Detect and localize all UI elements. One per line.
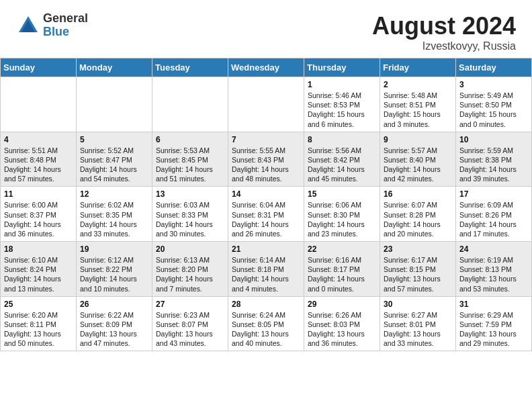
- weekday-header: Sunday: [1, 58, 77, 77]
- calendar-week-row: 18Sunrise: 6:10 AM Sunset: 8:24 PM Dayli…: [1, 242, 532, 297]
- calendar-cell: 30Sunrise: 6:27 AM Sunset: 8:01 PM Dayli…: [380, 296, 456, 351]
- day-info: Sunrise: 6:27 AM Sunset: 8:01 PM Dayligh…: [384, 310, 452, 349]
- calendar-cell: 9Sunrise: 5:57 AM Sunset: 8:40 PM Daylig…: [380, 132, 456, 187]
- day-number: 12: [80, 189, 148, 199]
- calendar-week-row: 4Sunrise: 5:51 AM Sunset: 8:48 PM Daylig…: [1, 132, 532, 187]
- day-number: 26: [80, 300, 148, 309]
- day-number: 28: [232, 300, 300, 309]
- calendar-table: SundayMondayTuesdayWednesdayThursdayFrid…: [0, 58, 532, 351]
- logo-general-text: General: [43, 12, 88, 26]
- day-info: Sunrise: 6:23 AM Sunset: 8:07 PM Dayligh…: [156, 310, 224, 349]
- day-info: Sunrise: 5:59 AM Sunset: 8:38 PM Dayligh…: [459, 146, 528, 184]
- day-info: Sunrise: 5:57 AM Sunset: 8:40 PM Dayligh…: [384, 146, 452, 184]
- calendar-cell: 22Sunrise: 6:16 AM Sunset: 8:17 PM Dayli…: [304, 242, 380, 297]
- day-info: Sunrise: 6:14 AM Sunset: 8:18 PM Dayligh…: [232, 255, 300, 293]
- calendar-cell: 5Sunrise: 5:52 AM Sunset: 8:47 PM Daylig…: [77, 132, 152, 187]
- day-info: Sunrise: 6:00 AM Sunset: 8:37 PM Dayligh…: [4, 200, 73, 238]
- day-number: 17: [459, 189, 528, 199]
- calendar-cell: 24Sunrise: 6:19 AM Sunset: 8:13 PM Dayli…: [456, 242, 532, 297]
- calendar-week-row: 1Sunrise: 5:46 AM Sunset: 8:53 PM Daylig…: [1, 77, 532, 132]
- calendar-cell: 16Sunrise: 6:07 AM Sunset: 8:28 PM Dayli…: [380, 187, 456, 242]
- calendar-cell: 17Sunrise: 6:09 AM Sunset: 8:26 PM Dayli…: [456, 187, 532, 242]
- logo-blue-text: Blue: [43, 26, 88, 39]
- calendar-cell: 12Sunrise: 6:02 AM Sunset: 8:35 PM Dayli…: [77, 187, 152, 242]
- weekday-header: Friday: [380, 58, 456, 77]
- weekday-header-row: SundayMondayTuesdayWednesdayThursdayFrid…: [1, 58, 532, 77]
- day-number: 16: [384, 189, 452, 199]
- day-number: 21: [232, 244, 300, 254]
- weekday-header: Wednesday: [228, 58, 304, 77]
- weekday-header: Thursday: [304, 58, 380, 77]
- logo: General Blue: [16, 12, 88, 39]
- calendar-cell: 19Sunrise: 6:12 AM Sunset: 8:22 PM Dayli…: [77, 242, 152, 297]
- calendar-cell: [228, 77, 304, 132]
- day-number: 9: [384, 135, 452, 144]
- calendar-cell: 23Sunrise: 6:17 AM Sunset: 8:15 PM Dayli…: [380, 242, 456, 297]
- day-number: 14: [232, 189, 300, 199]
- calendar-cell: 25Sunrise: 6:20 AM Sunset: 8:11 PM Dayli…: [1, 296, 77, 351]
- calendar-cell: 10Sunrise: 5:59 AM Sunset: 8:38 PM Dayli…: [456, 132, 532, 187]
- day-info: Sunrise: 6:24 AM Sunset: 8:05 PM Dayligh…: [232, 310, 300, 349]
- day-number: 6: [156, 135, 224, 144]
- calendar-cell: [152, 77, 228, 132]
- calendar-cell: 31Sunrise: 6:29 AM Sunset: 7:59 PM Dayli…: [456, 296, 532, 351]
- day-number: 22: [308, 244, 376, 254]
- day-number: 8: [308, 135, 376, 144]
- day-info: Sunrise: 6:03 AM Sunset: 8:33 PM Dayligh…: [156, 200, 224, 238]
- day-info: Sunrise: 6:10 AM Sunset: 8:24 PM Dayligh…: [4, 255, 73, 293]
- month-title: August 2024: [372, 12, 516, 40]
- day-number: 29: [308, 300, 376, 309]
- day-info: Sunrise: 5:52 AM Sunset: 8:47 PM Dayligh…: [80, 146, 148, 184]
- day-info: Sunrise: 5:48 AM Sunset: 8:51 PM Dayligh…: [384, 91, 452, 129]
- day-info: Sunrise: 6:06 AM Sunset: 8:30 PM Dayligh…: [308, 200, 376, 238]
- weekday-header: Monday: [77, 58, 152, 77]
- calendar-week-row: 11Sunrise: 6:00 AM Sunset: 8:37 PM Dayli…: [1, 187, 532, 242]
- calendar-cell: 26Sunrise: 6:22 AM Sunset: 8:09 PM Dayli…: [77, 296, 152, 351]
- day-info: Sunrise: 6:29 AM Sunset: 7:59 PM Dayligh…: [459, 310, 528, 349]
- calendar-cell: 3Sunrise: 5:49 AM Sunset: 8:50 PM Daylig…: [456, 77, 532, 132]
- calendar-cell: 4Sunrise: 5:51 AM Sunset: 8:48 PM Daylig…: [1, 132, 77, 187]
- day-info: Sunrise: 6:04 AM Sunset: 8:31 PM Dayligh…: [232, 200, 300, 238]
- calendar-cell: 18Sunrise: 6:10 AM Sunset: 8:24 PM Dayli…: [1, 242, 77, 297]
- title-block: August 2024 Izvestkovyy, Russia: [372, 12, 516, 52]
- weekday-header: Tuesday: [152, 58, 228, 77]
- logo-icon: [16, 13, 40, 38]
- location: Izvestkovyy, Russia: [372, 40, 516, 52]
- day-info: Sunrise: 6:17 AM Sunset: 8:15 PM Dayligh…: [384, 255, 452, 293]
- day-number: 5: [80, 135, 148, 144]
- calendar-week-row: 25Sunrise: 6:20 AM Sunset: 8:11 PM Dayli…: [1, 296, 532, 351]
- day-info: Sunrise: 6:16 AM Sunset: 8:17 PM Dayligh…: [308, 255, 376, 293]
- day-number: 24: [459, 244, 528, 254]
- day-info: Sunrise: 6:19 AM Sunset: 8:13 PM Dayligh…: [459, 255, 528, 293]
- calendar-cell: [1, 77, 77, 132]
- day-number: 3: [459, 80, 528, 89]
- day-number: 25: [4, 300, 73, 309]
- day-number: 19: [80, 244, 148, 254]
- day-number: 18: [4, 244, 73, 254]
- day-info: Sunrise: 5:46 AM Sunset: 8:53 PM Dayligh…: [308, 91, 376, 129]
- day-info: Sunrise: 6:22 AM Sunset: 8:09 PM Dayligh…: [80, 310, 148, 349]
- day-number: 4: [4, 135, 73, 144]
- day-number: 20: [156, 244, 224, 254]
- day-info: Sunrise: 6:09 AM Sunset: 8:26 PM Dayligh…: [459, 200, 528, 238]
- calendar-cell: 1Sunrise: 5:46 AM Sunset: 8:53 PM Daylig…: [304, 77, 380, 132]
- day-info: Sunrise: 6:20 AM Sunset: 8:11 PM Dayligh…: [4, 310, 73, 349]
- day-info: Sunrise: 6:13 AM Sunset: 8:20 PM Dayligh…: [156, 255, 224, 293]
- day-info: Sunrise: 6:12 AM Sunset: 8:22 PM Dayligh…: [80, 255, 148, 293]
- calendar-cell: 15Sunrise: 6:06 AM Sunset: 8:30 PM Dayli…: [304, 187, 380, 242]
- calendar-cell: 29Sunrise: 6:26 AM Sunset: 8:03 PM Dayli…: [304, 296, 380, 351]
- day-info: Sunrise: 5:51 AM Sunset: 8:48 PM Dayligh…: [4, 146, 73, 184]
- day-number: 30: [384, 300, 452, 309]
- weekday-header: Saturday: [456, 58, 532, 77]
- calendar-cell: 7Sunrise: 5:55 AM Sunset: 8:43 PM Daylig…: [228, 132, 304, 187]
- day-info: Sunrise: 5:55 AM Sunset: 8:43 PM Dayligh…: [232, 146, 300, 184]
- calendar-cell: 8Sunrise: 5:56 AM Sunset: 8:42 PM Daylig…: [304, 132, 380, 187]
- day-info: Sunrise: 5:56 AM Sunset: 8:42 PM Dayligh…: [308, 146, 376, 184]
- day-number: 10: [459, 135, 528, 144]
- calendar-cell: 14Sunrise: 6:04 AM Sunset: 8:31 PM Dayli…: [228, 187, 304, 242]
- day-number: 2: [384, 80, 452, 89]
- day-number: 11: [4, 189, 73, 199]
- day-number: 27: [156, 300, 224, 309]
- calendar-cell: 11Sunrise: 6:00 AM Sunset: 8:37 PM Dayli…: [1, 187, 77, 242]
- calendar-cell: 6Sunrise: 5:53 AM Sunset: 8:45 PM Daylig…: [152, 132, 228, 187]
